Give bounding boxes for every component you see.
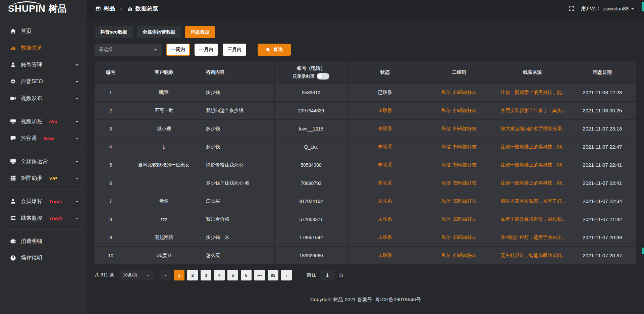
private-message-link[interactable]: 私信 [441, 234, 451, 241]
scan-add-friend-link[interactable]: 扫码加好友 [453, 144, 477, 150]
tabs: 抖音seo数据全媒体运营数据询盘数据 [95, 26, 636, 38]
source-cell[interactable]: 让你一眼就爱上的黑科技，能... [496, 138, 569, 156]
sidebar-item-video-publish[interactable]: 视频发布 [0, 90, 87, 107]
fullscreen-icon[interactable] [569, 6, 574, 11]
account-cell: 70898792 [275, 174, 348, 192]
scan-add-friend-link[interactable]: 扫码加好友 [453, 198, 477, 204]
source-cell[interactable]: 感谢大家喜欢我家，被问了好... [496, 192, 569, 210]
sidebar-divider [5, 229, 82, 230]
status-cell: 未联系 [348, 192, 423, 210]
nickname-cell: 潮起潮落 [127, 228, 201, 246]
table-row: 9潮起潮落多少钱一米178651642未联系私信扫码加好友多功能护栏灯，适用于乡… [95, 228, 636, 246]
filter-select[interactable]: 请选择 [95, 44, 162, 56]
query-button[interactable]: 查询 [258, 44, 291, 56]
goto-page-input[interactable]: 1 [320, 270, 335, 280]
next-page-button[interactable]: › [281, 270, 292, 280]
scan-add-friend-link[interactable]: 扫码加好友 [453, 108, 477, 114]
sidebar-item-data-overview[interactable]: 数据总览 [0, 40, 87, 56]
scan-add-friend-link[interactable]: 扫码加好友 [453, 253, 477, 259]
date-cell: 2021-11-08 12:28 [569, 84, 636, 101]
private-message-link[interactable]: 私信 [441, 144, 451, 150]
brand-logo-en: SHUPIN [8, 4, 46, 13]
monitor-icon [10, 158, 16, 164]
table-row: 1036度 8怎么买183929060未联系私信扫码加好友无主灯设计，智能磁吸轨… [95, 246, 636, 264]
row-id: 1 [95, 84, 127, 101]
private-message-link[interactable]: 私信 [441, 90, 451, 96]
sidebar-item-consumption-detail[interactable]: 消费明细 [0, 233, 87, 250]
private-message-link[interactable]: 私信 [441, 180, 451, 186]
account-cell: 183929060 [275, 247, 348, 264]
private-message-link[interactable]: 私信 [441, 126, 451, 132]
source-cell[interactable]: 无主灯设计，智能磁吸轨道灯... [496, 247, 569, 264]
sidebar-item-douyin-seo[interactable]: 抖音SEO [0, 73, 87, 90]
private-message-link[interactable]: 私信 [441, 253, 451, 259]
private-message-link[interactable]: 私信 [441, 198, 451, 204]
page-button-2[interactable]: 2 [187, 270, 198, 280]
pagination: 共 911 条 10条/页 ‹ 123456•••92› 前往 1 页 [95, 270, 636, 280]
range-button-three-months[interactable]: 三月内 [223, 44, 246, 56]
range-button-one-month[interactable]: 一月内 [195, 44, 218, 56]
range-button-one-week[interactable]: 一周内 [166, 44, 190, 56]
sidebar-item-member-burst[interactable]: 会员爆客Tools [0, 193, 87, 210]
page-button-6[interactable]: 6 [241, 270, 252, 280]
sidebar-item-home[interactable]: 首页 [0, 23, 87, 40]
filter-select-placeholder: 请选择 [99, 47, 113, 53]
col-header-nickname: 客户昵称 [127, 62, 201, 83]
page-size-value: 10条/页 [123, 272, 138, 278]
private-message-link[interactable]: 私信 [441, 162, 451, 168]
page-button-1[interactable]: 1 [174, 270, 184, 280]
chart-icon [127, 6, 133, 11]
screen-icon [10, 118, 16, 124]
private-message-link[interactable]: 私信 [441, 108, 451, 114]
scrollbar-thumb[interactable] [642, 248, 644, 254]
sidebar-item-media-operation[interactable]: 全媒体运营 [0, 153, 87, 170]
phone-only-toggle[interactable] [317, 73, 329, 80]
source-cell[interactable]: 让你一眼就爱上的黑科技，能... [496, 84, 569, 101]
page-button-5[interactable]: 5 [227, 270, 238, 280]
scan-add-friend-link[interactable]: 扫码加好友 [453, 162, 477, 168]
sidebar-item-label: 视频发布 [21, 95, 42, 102]
sidebar-item-doukutong[interactable]: 抖客通New [0, 130, 87, 147]
private-message-link[interactable]: 私信 [441, 216, 451, 222]
tab-inquiry-data[interactable]: 询盘数据 [185, 26, 215, 38]
prev-page-button[interactable]: ‹ [160, 270, 171, 280]
scan-add-friend-link[interactable]: 扫码加好友 [453, 126, 477, 132]
scan-add-friend-link[interactable]: 扫码加好友 [453, 180, 477, 186]
qrcode-cell: 私信扫码加好友 [422, 120, 496, 138]
home-icon [10, 28, 16, 34]
scrollbar-thumb[interactable] [642, 2, 644, 11]
page-button-92[interactable]: 92 [268, 270, 278, 280]
copyright-text: Copyright 树品 2021 备案号: 粤ICP备09019646号 [310, 297, 421, 303]
page-ellipsis-button[interactable]: ••• [254, 270, 265, 280]
sidebar-item-account-management[interactable]: 账号管理 [0, 56, 87, 73]
username: zswodun88 [603, 6, 629, 11]
breadcrumb-home[interactable]: 树品 [104, 5, 115, 12]
chevron-down-icon [75, 176, 79, 180]
source-cell[interactable]: 多功能护栏灯，适用于乡村文... [496, 228, 569, 246]
source-cell[interactable]: 如何正确选择投影仪，买投影... [496, 210, 569, 228]
query-button-label: 查询 [273, 47, 283, 53]
sidebar-item-lead-monitor[interactable]: 线索监控Tools [0, 210, 87, 226]
brand-logo[interactable]: SHUPIN 树品 [0, 0, 87, 17]
source-cell[interactable]: 让你一眼就爱上的黑科技，能... [496, 174, 569, 192]
source-cell[interactable]: 让你一眼就爱上的黑科技，能... [496, 156, 569, 174]
tab-douyin-seo-data[interactable]: 抖音seo数据 [95, 26, 133, 38]
page-size-select[interactable]: 10条/页 [119, 270, 154, 280]
page-button-3[interactable]: 3 [201, 270, 211, 280]
account-cell: 572803371 [275, 210, 348, 228]
source-cell[interactable]: 客厅安装投影半年多了，真实... [496, 102, 569, 119]
col-header-account: 帐号（电话） 只显示电话 [275, 62, 348, 83]
user-menu[interactable]: 用户名： zswodun88 [581, 5, 635, 12]
page-button-4[interactable]: 4 [214, 270, 225, 280]
scan-add-friend-link[interactable]: 扫码加好友 [453, 216, 477, 222]
sidebar-item-matrix-boost[interactable]: 矩阵助推VIP [0, 170, 87, 187]
account-header-title: 帐号（电话） [297, 65, 325, 71]
svg-text:?: ? [12, 256, 14, 260]
scan-add-friend-link[interactable]: 扫码加好友 [453, 90, 477, 96]
qrcode-cell: 私信扫码加好友 [422, 156, 496, 174]
source-cell[interactable]: 被大家追着问的客厅投影分享... [496, 120, 569, 138]
sidebar-item-video-heat[interactable]: 视频加热Hot [0, 113, 87, 130]
tab-media-operation-data[interactable]: 全媒体运营数据 [137, 26, 181, 38]
scan-add-friend-link[interactable]: 扫码加好友 [453, 234, 477, 241]
sidebar-item-operation-guide[interactable]: ?操作说明 [0, 250, 87, 266]
